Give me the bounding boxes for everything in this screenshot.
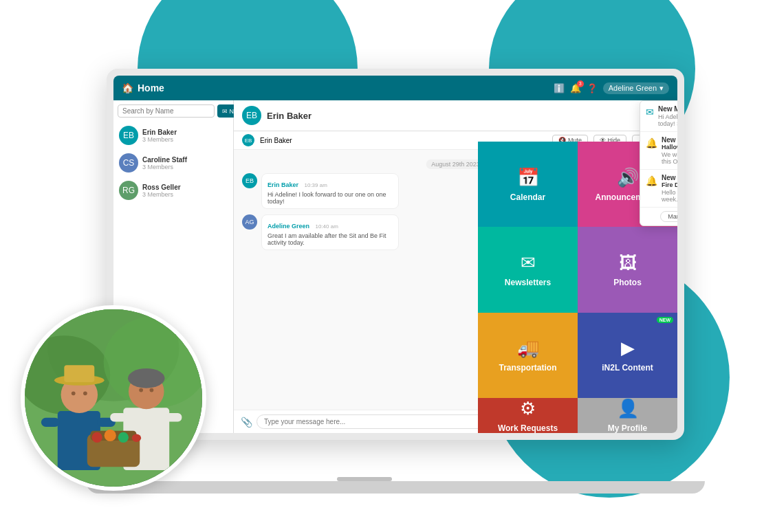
app-header: 🏠 Home ℹ️ 🔔 3 ❓ Adeline Green ▾: [113, 76, 677, 100]
page-title: Home: [138, 82, 554, 93]
notif-sub: Hello Everyone! There will be a fire dri…: [662, 189, 677, 203]
notif-type-icon: 🔔: [646, 137, 657, 148]
notif-title: New Announcement: [662, 136, 677, 144]
notification-badge: 3: [577, 80, 584, 87]
notif-type-icon: ✉: [646, 107, 654, 118]
contact-name: Erin Baker: [142, 129, 177, 136]
tile-icon-photos: 🖼: [619, 252, 637, 274]
tile-label-my-profile: My Profile: [608, 423, 647, 433]
notif-title: New Message: [658, 105, 677, 113]
bell-button[interactable]: 🔔 3: [570, 83, 581, 93]
help-icon[interactable]: ❓: [587, 83, 598, 93]
search-input[interactable]: [118, 104, 215, 118]
message-bubble: Adeline Green 10:40 am Great I am availa…: [261, 214, 399, 250]
tile-icon-transportation: 🚚: [517, 337, 539, 359]
tile-calendar[interactable]: 📅 Calendar: [478, 142, 578, 227]
tile-photos[interactable]: 🖼 Photos: [578, 227, 677, 312]
tile-label-photos: Photos: [613, 278, 642, 287]
attach-icon[interactable]: 📎: [241, 417, 252, 428]
svg-point-14: [128, 368, 165, 388]
tile-icon-work-requests: ⚙: [520, 398, 536, 419]
notif-content: New Announcement an hour ago Halloween S…: [662, 136, 677, 165]
message-sender: Erin Baker: [268, 181, 298, 188]
notification-footer: Mark all read Clear all: [640, 208, 677, 225]
contact-avatar: CS: [119, 153, 138, 173]
user-name-label: Adeline Green: [609, 84, 657, 92]
svg-point-23: [118, 432, 129, 443]
contact-members: 3 Members: [142, 164, 187, 170]
contact-members: 3 Members: [142, 191, 181, 198]
home-icon: 🏠: [122, 82, 133, 93]
user-menu[interactable]: Adeline Green ▾: [603, 82, 669, 94]
chat-title: Erin Baker: [267, 111, 669, 121]
svg-rect-7: [64, 365, 94, 382]
contact-name: Caroline Staff: [142, 156, 187, 164]
contact-info: Ross Geller 3 Members: [142, 184, 181, 198]
tile-label-work-requests: Work Requests: [498, 423, 558, 433]
svg-rect-17: [110, 413, 127, 421]
contact-list: EB Erin Baker 3 Members CS Caroline Staf…: [113, 122, 233, 204]
notification-panel: ✉ New Message an hour ago Hi Adeline! I …: [640, 100, 677, 226]
notification-item: 🔔 New Announcement an hour ago Fire Dril…: [640, 170, 677, 208]
main-chat-area: EB Erin Baker EB Erin Baker 🔇 Mute 👁 Hid…: [234, 100, 677, 433]
chevron-down-icon: ▾: [659, 84, 664, 93]
message-bubble: Erin Baker 10:39 am Hi Adeline! I look f…: [261, 173, 399, 209]
tile-label-in2l: iN2L Content: [602, 363, 653, 373]
tile-my-profile[interactable]: 👤 My Profile: [578, 398, 677, 433]
contact-name: Ross Geller: [142, 184, 181, 191]
svg-point-15: [139, 388, 143, 392]
tile-icon-newsletters: ✉: [521, 252, 536, 274]
message-sender: Adeline Green: [268, 223, 309, 230]
search-bar: ✉ New Message: [113, 100, 233, 122]
contact-info: Caroline Staff 3 Members: [142, 156, 187, 170]
tile-work-requests[interactable]: ⚙ Work Requests: [478, 398, 578, 433]
contact-members: 3 Members: [142, 136, 177, 143]
tile-new-badge: NEW: [657, 317, 673, 323]
header-icons: ℹ️ 🔔 3 ❓ Adeline Green ▾: [554, 82, 669, 94]
svg-point-22: [105, 430, 116, 441]
svg-rect-18: [165, 413, 182, 421]
notification-item: ✉ New Message an hour ago Hi Adeline! I …: [640, 101, 677, 132]
notif-content: New Message an hour ago Hi Adeline! I lo…: [658, 105, 677, 127]
notif-content: New Announcement an hour ago Fire Drill …: [662, 174, 677, 203]
svg-point-16: [150, 388, 154, 392]
mark-all-read-button[interactable]: Mark all read: [660, 211, 677, 222]
tile-icon-in2l: ▶: [621, 337, 635, 359]
laptop-notch: [337, 477, 392, 481]
message-text: Hi Adeline! I look forward to our one on…: [268, 191, 393, 205]
svg-point-21: [91, 432, 102, 443]
notif-title: New Announcement: [662, 174, 677, 181]
notif-sub: Hi Adeline! I look forward to our one on…: [658, 113, 677, 127]
sidebar-contact-item[interactable]: EB Erin Baker 3 Members: [113, 122, 233, 149]
tile-label-calendar: Calendar: [510, 192, 545, 202]
notif-sub: We will be having a Halloween Spooktacul…: [662, 151, 677, 165]
message-time: 10:39 am: [304, 182, 327, 188]
tile-newsletters[interactable]: ✉ Newsletters: [478, 227, 578, 312]
svg-rect-10: [41, 418, 60, 427]
notif-type-icon: 🔔: [646, 175, 657, 186]
sidebar-contact-item[interactable]: CS Caroline Staff 3 Members: [113, 149, 233, 177]
message-avatar: AG: [242, 214, 257, 230]
notification-list: ✉ New Message an hour ago Hi Adeline! I …: [640, 101, 677, 208]
tile-icon-announcements: 🔊: [617, 167, 639, 188]
tile-label-transportation: Transportation: [499, 363, 556, 373]
profile-photo-circle: [21, 305, 206, 491]
contact-avatar: EB: [119, 126, 138, 145]
svg-point-8: [72, 391, 76, 395]
contact-info: Erin Baker 3 Members: [142, 129, 177, 143]
tile-icon-calendar: 📅: [517, 167, 539, 188]
message-text: Great I am available after the Sit and B…: [268, 232, 393, 246]
tile-transportation[interactable]: 🚚 Transportation: [478, 313, 578, 398]
chat-avatar: EB: [242, 106, 261, 125]
sidebar-contact-item[interactable]: RG Ross Geller 3 Members: [113, 177, 233, 204]
tile-in2l[interactable]: NEW ▶ iN2L Content: [578, 313, 677, 398]
svg-point-9: [83, 391, 87, 395]
notification-item: 🔔 New Announcement an hour ago Halloween…: [640, 132, 677, 170]
chat-header: EB Erin Baker: [234, 100, 677, 131]
message-avatar: EB: [242, 173, 257, 188]
info-icon[interactable]: ℹ️: [554, 83, 565, 93]
svg-point-24: [132, 434, 141, 442]
tile-icon-my-profile: 👤: [617, 398, 639, 419]
tile-label-newsletters: Newsletters: [505, 278, 551, 287]
subheader-name: Erin Baker: [260, 137, 292, 144]
